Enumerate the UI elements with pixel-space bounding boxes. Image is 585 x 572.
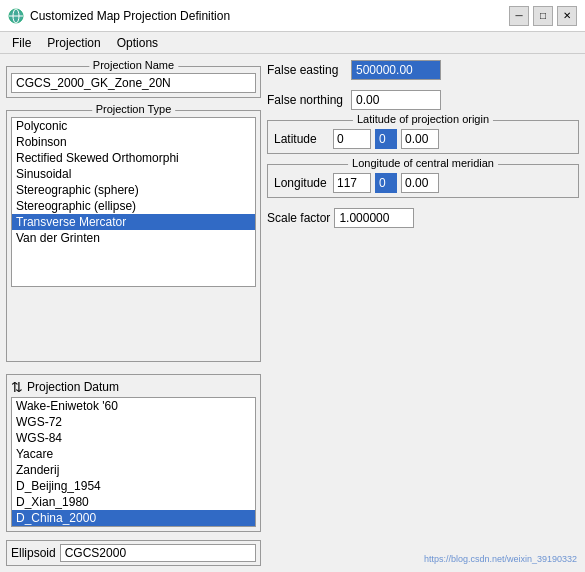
longitude-label: Longitude <box>274 176 329 190</box>
title-bar-left: Customized Map Projection Definition <box>8 8 230 24</box>
false-easting-row: False easting <box>267 60 579 80</box>
right-panel: False easting False northing Latitude of… <box>267 60 579 566</box>
projection-type-group: Projection Type PolyconicRobinsonRectifi… <box>6 110 261 362</box>
scale-factor-input[interactable] <box>334 208 414 228</box>
projection-name-group: Projection Name <box>6 66 261 98</box>
datum-list-item[interactable]: D_Xian_1980 <box>12 494 255 510</box>
projection-type-item[interactable]: Sinusoidal <box>12 166 255 182</box>
projection-type-label: Projection Type <box>92 103 176 115</box>
lon-coord-row: Longitude <box>274 173 572 193</box>
maximize-button[interactable]: □ <box>533 6 553 26</box>
datum-list-item[interactable]: Wake-Eniwetok '60 <box>12 398 255 414</box>
projection-type-item[interactable]: Stereographic (ellipse) <box>12 198 255 214</box>
latitude-input1[interactable] <box>333 129 371 149</box>
left-panel: Projection Name Projection Type Polyconi… <box>6 60 261 566</box>
close-button[interactable]: ✕ <box>557 6 577 26</box>
lon-central-meridian-label: Longitude of central meridian <box>348 157 498 169</box>
menu-file[interactable]: File <box>4 34 39 52</box>
longitude-input3[interactable] <box>401 173 439 193</box>
datum-list-item[interactable]: Zanderij <box>12 462 255 478</box>
ellipsoid-group: Ellipsoid <box>6 540 261 566</box>
scale-factor-label: Scale factor <box>267 211 330 225</box>
datum-list-item[interactable]: Yacare <box>12 446 255 462</box>
false-easting-label: False easting <box>267 63 347 77</box>
latitude-label: Latitude <box>274 132 329 146</box>
latitude-input3[interactable] <box>401 129 439 149</box>
lat-proj-origin-label: Latitude of projection origin <box>353 113 493 125</box>
watermark: https://blog.csdn.net/weixin_39190332 <box>424 554 577 564</box>
false-northing-input[interactable] <box>351 90 441 110</box>
false-easting-input[interactable] <box>351 60 441 80</box>
false-northing-row: False northing <box>267 90 579 110</box>
projection-type-item[interactable]: Polyconic <box>12 118 255 134</box>
minimize-button[interactable]: ─ <box>509 6 529 26</box>
scale-factor-row: Scale factor <box>267 208 579 228</box>
title-controls: ─ □ ✕ <box>509 6 577 26</box>
lat-coord-row: Latitude <box>274 129 572 149</box>
datum-header: ⇅ Projection Datum <box>11 379 256 395</box>
projection-name-label: Projection Name <box>89 59 178 71</box>
menu-options[interactable]: Options <box>109 34 166 52</box>
title-bar: Customized Map Projection Definition ─ □… <box>0 0 585 32</box>
ellipsoid-input[interactable] <box>60 544 256 562</box>
projection-name-input[interactable] <box>11 73 256 93</box>
false-northing-label: False northing <box>267 93 347 107</box>
lat-proj-origin-group: Latitude of projection origin Latitude <box>267 120 579 154</box>
datum-label: Projection Datum <box>27 380 119 394</box>
datum-arrows-icon: ⇅ <box>11 379 23 395</box>
projection-datum-group: ⇅ Projection Datum Wake-Eniwetok '60WGS-… <box>6 374 261 532</box>
projection-type-item[interactable]: Stereographic (sphere) <box>12 182 255 198</box>
projection-type-item[interactable]: Van der Grinten <box>12 230 255 246</box>
projection-type-list[interactable]: PolyconicRobinsonRectified Skewed Orthom… <box>11 117 256 287</box>
lon-central-meridian-group: Longitude of central meridian Longitude <box>267 164 579 198</box>
datum-list-item[interactable]: D_China_2000 <box>12 510 255 526</box>
datum-list-item[interactable]: WGS-84 <box>12 430 255 446</box>
ellipsoid-label: Ellipsoid <box>11 546 56 560</box>
projection-type-item[interactable]: Robinson <box>12 134 255 150</box>
menu-projection[interactable]: Projection <box>39 34 108 52</box>
window-title: Customized Map Projection Definition <box>30 9 230 23</box>
main-content: Projection Name Projection Type Polyconi… <box>0 54 585 572</box>
app-icon <box>8 8 24 24</box>
datum-list[interactable]: Wake-Eniwetok '60WGS-72WGS-84YacareZande… <box>11 397 256 527</box>
longitude-input1[interactable] <box>333 173 371 193</box>
menu-bar: File Projection Options <box>0 32 585 54</box>
projection-type-item[interactable]: Rectified Skewed Orthomorphi <box>12 150 255 166</box>
longitude-input2[interactable] <box>375 173 397 193</box>
datum-list-item[interactable]: WGS-72 <box>12 414 255 430</box>
datum-list-item[interactable]: D_Beijing_1954 <box>12 478 255 494</box>
latitude-input2[interactable] <box>375 129 397 149</box>
projection-type-item[interactable]: Transverse Mercator <box>12 214 255 230</box>
